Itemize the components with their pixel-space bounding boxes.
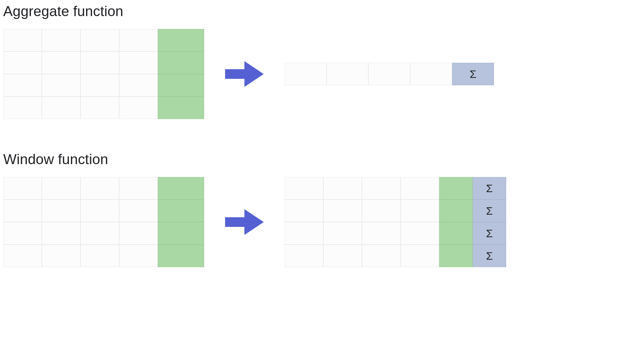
cell bbox=[42, 29, 80, 51]
sigma-cell: Σ bbox=[452, 63, 494, 85]
aggregate-output-table: Σ bbox=[285, 63, 494, 85]
table-row: Σ bbox=[285, 245, 506, 267]
window-output-table: Σ Σ Σ bbox=[285, 177, 506, 267]
cell bbox=[119, 29, 158, 51]
table-row bbox=[3, 29, 204, 51]
cell bbox=[368, 63, 410, 85]
highlight-cell bbox=[158, 222, 204, 245]
cell bbox=[362, 245, 401, 267]
cell bbox=[42, 51, 80, 74]
cell bbox=[80, 29, 119, 51]
cell bbox=[119, 74, 158, 97]
cell bbox=[401, 245, 439, 267]
sigma-cell: Σ bbox=[473, 245, 506, 267]
cell bbox=[80, 74, 119, 97]
highlight-cell bbox=[158, 74, 204, 97]
table-row bbox=[3, 222, 204, 245]
cell bbox=[362, 177, 401, 200]
cell bbox=[401, 200, 439, 222]
cell bbox=[42, 74, 80, 97]
cell bbox=[285, 222, 323, 245]
cell bbox=[3, 222, 42, 245]
cell bbox=[42, 222, 80, 245]
table-row bbox=[3, 51, 204, 74]
cell bbox=[42, 97, 80, 119]
table-row bbox=[3, 200, 204, 222]
highlight-cell bbox=[158, 97, 204, 119]
highlight-cell bbox=[158, 245, 204, 267]
cell bbox=[3, 74, 42, 97]
highlight-cell bbox=[439, 200, 473, 222]
cell bbox=[3, 177, 42, 200]
aggregate-row: Σ bbox=[3, 29, 641, 119]
cell bbox=[401, 177, 439, 200]
highlight-cell bbox=[158, 177, 204, 200]
table-row bbox=[3, 74, 204, 97]
cell bbox=[362, 200, 401, 222]
window-row: Σ Σ Σ bbox=[3, 177, 641, 267]
cell bbox=[3, 51, 42, 74]
highlight-cell bbox=[439, 245, 473, 267]
cell bbox=[285, 200, 323, 222]
table-row: Σ bbox=[285, 63, 494, 85]
aggregate-section: Aggregate function bbox=[3, 3, 641, 119]
table-row bbox=[3, 97, 204, 119]
cell bbox=[119, 200, 158, 222]
cell bbox=[285, 177, 323, 200]
arrow-icon bbox=[223, 208, 265, 237]
cell bbox=[80, 200, 119, 222]
cell bbox=[323, 222, 362, 245]
cell bbox=[3, 29, 42, 51]
cell bbox=[285, 245, 323, 267]
arrow-icon bbox=[223, 60, 265, 89]
highlight-cell bbox=[158, 51, 204, 74]
cell bbox=[80, 97, 119, 119]
cell bbox=[3, 200, 42, 222]
sigma-cell: Σ bbox=[473, 222, 506, 245]
cell bbox=[80, 222, 119, 245]
cell bbox=[42, 177, 80, 200]
cell bbox=[3, 245, 42, 267]
cell bbox=[323, 177, 362, 200]
window-section: Window function bbox=[3, 151, 641, 267]
aggregate-heading: Aggregate function bbox=[3, 3, 641, 19]
highlight-cell bbox=[439, 177, 473, 200]
cell bbox=[119, 245, 158, 267]
cell bbox=[42, 200, 80, 222]
aggregate-input-table bbox=[3, 29, 204, 119]
cell bbox=[119, 51, 158, 74]
cell bbox=[410, 63, 452, 85]
cell bbox=[362, 222, 401, 245]
table-row: Σ bbox=[285, 222, 506, 245]
table-row: Σ bbox=[285, 177, 506, 200]
window-input-table bbox=[3, 177, 204, 267]
cell bbox=[80, 177, 119, 200]
sigma-cell: Σ bbox=[473, 200, 506, 222]
cell bbox=[42, 245, 80, 267]
cell bbox=[285, 63, 327, 85]
cell bbox=[119, 177, 158, 200]
cell bbox=[119, 222, 158, 245]
cell bbox=[3, 97, 42, 119]
cell bbox=[323, 200, 362, 222]
cell bbox=[401, 222, 439, 245]
cell bbox=[323, 245, 362, 267]
table-row bbox=[3, 245, 204, 267]
window-heading: Window function bbox=[3, 151, 641, 167]
table-row: Σ bbox=[285, 200, 506, 222]
highlight-cell bbox=[439, 222, 473, 245]
cell bbox=[119, 97, 158, 119]
sigma-cell: Σ bbox=[473, 177, 506, 200]
table-row bbox=[3, 177, 204, 200]
highlight-cell bbox=[158, 200, 204, 222]
cell bbox=[80, 51, 119, 74]
cell bbox=[80, 245, 119, 267]
highlight-cell bbox=[158, 29, 204, 51]
cell bbox=[327, 63, 368, 85]
